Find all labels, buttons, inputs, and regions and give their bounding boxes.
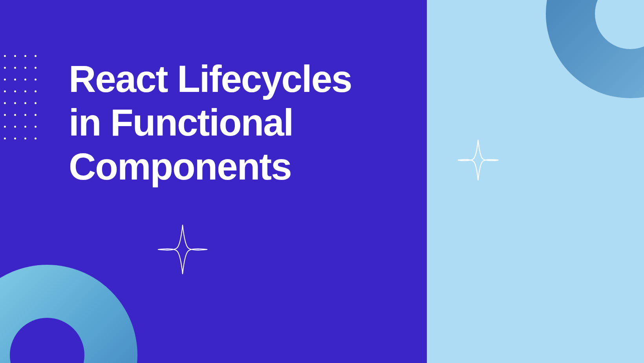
dot (14, 90, 16, 92)
dot (4, 90, 6, 92)
dot (35, 79, 37, 81)
sparkle-icon (155, 222, 210, 277)
dot (35, 67, 37, 69)
dot (35, 90, 37, 92)
dot (24, 138, 26, 139)
dot (35, 114, 37, 116)
title-line-1: React Lifecycles (69, 58, 351, 100)
dot (4, 79, 6, 81)
dot (14, 79, 16, 81)
slide-canvas: React Lifecycles in Functional Component… (0, 0, 644, 363)
right-panel (427, 0, 644, 363)
dot (35, 126, 37, 128)
dot (14, 102, 16, 104)
dot (35, 102, 37, 104)
dot (14, 138, 16, 139)
dot (35, 138, 37, 139)
dot (14, 67, 16, 69)
decorative-ring-icon (546, 0, 644, 98)
dot (24, 79, 26, 81)
dot (35, 55, 37, 57)
dot (24, 102, 26, 104)
title-line-3: Components (69, 145, 291, 187)
dot (14, 114, 16, 116)
slide-title: React Lifecycles in Functional Component… (69, 57, 351, 188)
dot (24, 90, 26, 92)
dot (4, 114, 6, 116)
left-panel: React Lifecycles in Functional Component… (0, 0, 427, 363)
dot (24, 67, 26, 69)
decorative-dot-grid (4, 55, 37, 139)
dot (4, 67, 6, 69)
dot (24, 126, 26, 128)
dot (4, 126, 6, 128)
dot (14, 126, 16, 128)
dot (14, 55, 16, 57)
dot (4, 55, 6, 57)
sparkle-icon (456, 138, 501, 183)
title-line-2: in Functional (69, 101, 293, 143)
dot (24, 55, 26, 57)
dot (4, 138, 6, 139)
decorative-ring-icon (0, 265, 137, 363)
dot (24, 114, 26, 116)
dot (4, 102, 6, 104)
